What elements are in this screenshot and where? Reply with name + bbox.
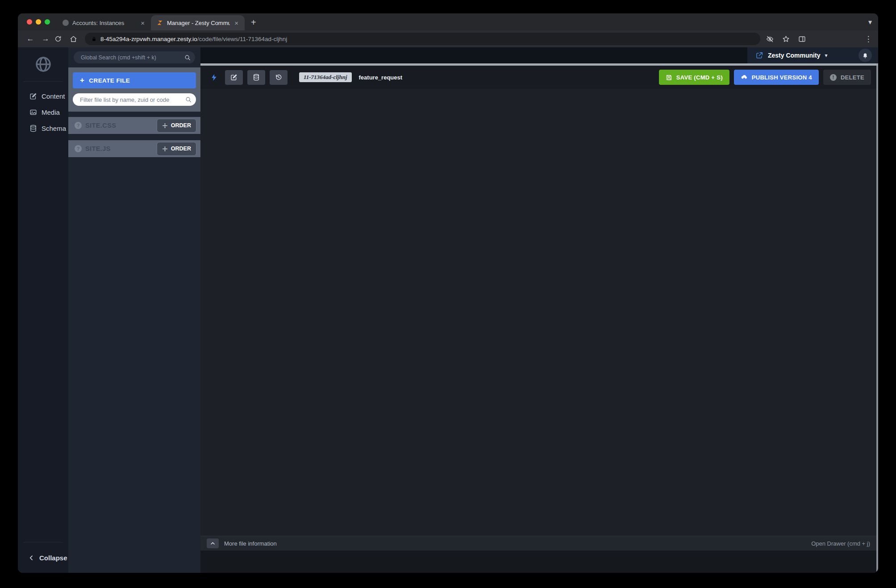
- move-icon: [162, 123, 168, 129]
- plus-icon: +: [80, 76, 84, 85]
- sidebar-item-schema[interactable]: Schema: [18, 120, 68, 136]
- address-bar[interactable]: 8-45a294a-zrpvwh.manager.zesty.io/code/f…: [85, 33, 760, 45]
- code-editor-panel: Zesty Community ▾ 11-71364ad-cljhnj feat…: [200, 47, 878, 573]
- tab-close-icon[interactable]: ×: [140, 19, 146, 27]
- help-icon[interactable]: ?: [75, 145, 82, 152]
- publish-label: PUBLISH VERSION 4: [752, 74, 812, 81]
- editor-bottom-gap: [200, 550, 878, 573]
- zoom-window-button[interactable]: [45, 19, 50, 25]
- back-button[interactable]: ←: [24, 34, 37, 43]
- browser-tab-accounts[interactable]: Accounts: Instances ×: [57, 15, 151, 30]
- filter-field[interactable]: [79, 96, 185, 104]
- order-label: ORDER: [171, 122, 191, 129]
- sidebar-item-content[interactable]: Content: [18, 88, 68, 104]
- save-label: SAVE (CMD + S): [676, 74, 723, 81]
- editor-tabbar: Zesty Community ▾: [200, 47, 878, 63]
- search-icon: [185, 96, 192, 103]
- create-file-label: CREATE FILE: [89, 77, 130, 84]
- site-css-header: ? SITE.CSS ORDER: [68, 117, 200, 134]
- order-js-button[interactable]: ORDER: [157, 142, 196, 156]
- minimize-window-button[interactable]: [36, 19, 41, 25]
- url-path: /code/file/views/11-71364ad-cljhnj: [197, 36, 288, 42]
- close-window-button[interactable]: [27, 19, 32, 25]
- warning-icon: !: [830, 74, 837, 81]
- section-title: SITE.JS: [85, 145, 153, 152]
- divider: [23, 81, 63, 82]
- edit-file-button[interactable]: [225, 70, 243, 85]
- file-name-label: feature_request: [359, 74, 403, 81]
- lock-icon: [91, 36, 97, 42]
- main-sidebar: ContentMediaSchema Collapse: [18, 47, 68, 573]
- app-root: ContentMediaSchema Collapse + CREAT: [18, 47, 878, 573]
- globe-icon[interactable]: [18, 55, 68, 73]
- help-icon[interactable]: ?: [75, 122, 82, 129]
- external-link-icon: [755, 51, 763, 59]
- browser-tabstrip: Accounts: Instances × Manager - Zesty Co…: [18, 13, 878, 30]
- file-actions-block: + CREATE FILE: [68, 67, 200, 112]
- cloud-upload-icon: [741, 74, 748, 81]
- chevron-left-icon: [28, 555, 35, 561]
- global-search-field[interactable]: [80, 54, 184, 61]
- url-host: 8-45a294a-zrpvwh.manager.zesty.io: [100, 36, 197, 42]
- sidebar-item-label: Content: [42, 92, 65, 100]
- browser-window: Accounts: Instances × Manager - Zesty Co…: [18, 13, 878, 573]
- editor-scrollbar-track[interactable]: [876, 63, 878, 573]
- forward-button[interactable]: →: [39, 34, 52, 43]
- media-icon: [29, 108, 37, 116]
- db-icon: [29, 125, 37, 132]
- reload-button[interactable]: [54, 35, 67, 42]
- global-search-input[interactable]: [74, 51, 195, 63]
- side-panel-icon[interactable]: [795, 35, 808, 43]
- more-info-label: More file information: [224, 540, 277, 547]
- new-tab-button[interactable]: +: [245, 17, 263, 30]
- caret-down-icon: ▾: [825, 52, 827, 58]
- editor-toolbar: 11-71364ad-cljhnj feature_request SAVE (…: [200, 66, 878, 89]
- editor-footer: More file information Open Drawer (cmd +…: [200, 536, 878, 550]
- window-controls: [18, 13, 57, 30]
- bell-icon: [862, 52, 869, 59]
- browser-toolbar: ← → 8-45a294a-zrpvwh.manager.zesty.io/co…: [18, 30, 878, 47]
- tab-title: Accounts: Instances: [72, 20, 136, 26]
- expand-drawer-button[interactable]: [207, 538, 219, 548]
- instance-name: Zesty Community: [768, 52, 820, 59]
- divider: [23, 542, 63, 542]
- instance-switcher[interactable]: Zesty Community ▾: [747, 47, 878, 63]
- zesty-favicon-icon: [156, 19, 163, 26]
- section-title: SITE.CSS: [85, 122, 153, 129]
- bolt-icon: [210, 74, 218, 81]
- delete-button[interactable]: ! DELETE: [823, 70, 871, 85]
- filter-input[interactable]: [73, 93, 196, 106]
- delete-label: DELETE: [841, 74, 864, 81]
- edit-icon: [29, 92, 37, 100]
- site-js-header: ? SITE.JS ORDER: [68, 140, 200, 157]
- file-panel: + CREATE FILE ? SITE.CSS ORDER ?: [68, 47, 200, 573]
- save-icon: [666, 74, 672, 81]
- search-icon: [184, 54, 191, 61]
- version-history-button[interactable]: [270, 70, 288, 85]
- collapse-label: Collapse: [39, 554, 67, 562]
- bookmark-star-icon[interactable]: [779, 35, 792, 43]
- move-icon: [162, 146, 168, 152]
- tab-close-icon[interactable]: ×: [233, 19, 239, 27]
- tab-favicon: [63, 20, 69, 26]
- home-button[interactable]: [70, 35, 82, 43]
- password-eye-off-icon[interactable]: [763, 35, 776, 43]
- file-zuid-badge: 11-71364ad-cljhnj: [299, 72, 352, 82]
- order-label: ORDER: [171, 146, 191, 152]
- collapse-button[interactable]: Collapse: [18, 549, 68, 567]
- tab-title: Manager - Zesty Community -: [167, 20, 230, 26]
- browser-tab-manager[interactable]: Manager - Zesty Community - ×: [151, 15, 245, 30]
- database-button[interactable]: [247, 70, 265, 85]
- order-css-button[interactable]: ORDER: [157, 119, 196, 133]
- sidebar-item-label: Media: [42, 108, 60, 116]
- publish-button[interactable]: PUBLISH VERSION 4: [734, 70, 819, 85]
- sidebar-item-label: Schema: [42, 125, 66, 132]
- open-drawer-label: Open Drawer (cmd + j): [811, 540, 870, 547]
- notifications-button[interactable]: [858, 49, 872, 62]
- code-editor[interactable]: [200, 89, 878, 536]
- create-file-button[interactable]: + CREATE FILE: [73, 72, 196, 88]
- sidebar-item-media[interactable]: Media: [18, 104, 68, 120]
- browser-menu-icon[interactable]: ⋮: [863, 34, 874, 44]
- save-button[interactable]: SAVE (CMD + S): [659, 70, 729, 85]
- tab-search-chevron-icon[interactable]: ▾: [868, 18, 872, 26]
